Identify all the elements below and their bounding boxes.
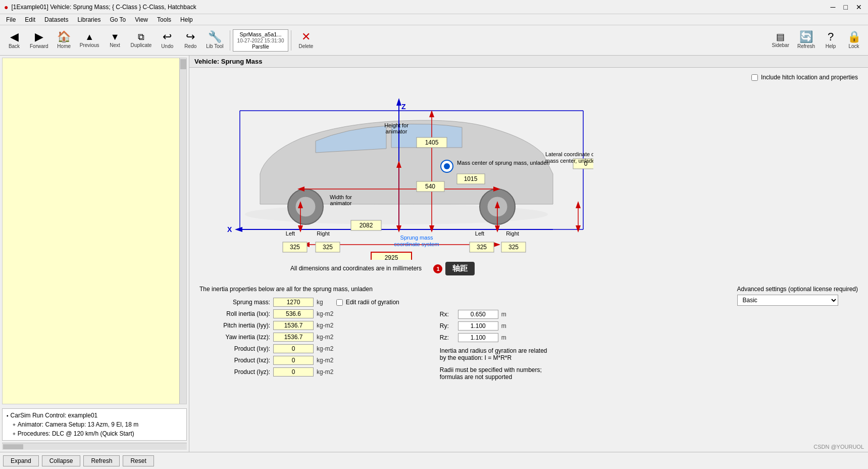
iyz-unit: kg-m2 <box>317 368 333 376</box>
product-ixy-row: Product (Ixy): kg-m2 <box>199 344 399 353</box>
home-button[interactable]: 🏠 Home <box>53 29 75 51</box>
dimensions-note-text: All dimensions and coordinates are in mi… <box>290 265 422 272</box>
sidebar-icon: ▤ <box>776 32 785 41</box>
menu-bar: File Edit Datasets Libraries Go To View … <box>0 14 868 25</box>
sidebar-button[interactable]: ▤ Sidebar <box>769 30 793 50</box>
app-icon: ● <box>4 3 8 11</box>
page-title-bar: Vehicle: Sprung Mass <box>189 56 868 68</box>
svg-text:Left: Left <box>286 230 295 237</box>
menu-goto[interactable]: Go To <box>106 15 130 24</box>
advanced-select[interactable]: Basic Advanced <box>737 295 838 306</box>
delete-button[interactable]: ✕ Delete <box>294 29 318 51</box>
libtool-button[interactable]: 🔧 Lib Tool <box>202 29 227 51</box>
collapse-button[interactable]: Collapse <box>42 455 81 466</box>
reset-button[interactable]: Reset <box>123 455 154 466</box>
menu-help[interactable]: Help <box>176 15 197 24</box>
inertia-note1: Inertia and radius of gyration are relat… <box>440 347 547 361</box>
ry-input[interactable] <box>458 321 498 331</box>
notepad-area[interactable] <box>3 58 186 404</box>
horiz-scroll-thumb <box>3 444 23 449</box>
tree-root-label: CarSim Run Control: example01 <box>11 412 98 419</box>
next-button[interactable]: ▼ Next <box>104 30 126 50</box>
svg-text:325: 325 <box>508 244 519 251</box>
tooltip-text: 轴距 <box>445 262 475 275</box>
advanced-settings: Advanced settings (optional license requ… <box>737 286 858 306</box>
ixy-unit: kg-m2 <box>317 345 333 352</box>
ixy-input[interactable] <box>273 344 314 353</box>
pitch-unit: kg-m2 <box>317 322 333 329</box>
content-scroll-area[interactable]: Include hitch location and properties <box>189 68 868 452</box>
svg-text:540: 540 <box>425 183 435 190</box>
parsfile-date: 10-27-2022 15:31:30 <box>237 38 284 43</box>
toolbar-refresh-button[interactable]: 🔄 Refresh <box>794 29 819 51</box>
iyz-input[interactable] <box>273 367 314 377</box>
forward-button[interactable]: ▶ Forward <box>26 29 52 51</box>
yaw-input[interactable] <box>273 333 314 342</box>
yaw-label: Yaw inertia (Izz): <box>199 334 270 341</box>
redo-button[interactable]: ↪ Redo <box>179 29 201 51</box>
parsfile-filename: SprMass_a5a1... <box>239 31 281 37</box>
svg-text:325: 325 <box>323 244 333 251</box>
watermark: CSDN @YOURUOL <box>813 444 864 450</box>
hitch-label: Include hitch location and properties <box>761 74 858 81</box>
ry-unit: m <box>501 322 506 330</box>
previous-button[interactable]: ▲ Previous <box>76 30 103 50</box>
sprung-mass-input[interactable] <box>273 298 314 307</box>
edit-radii-label: Edit radii of gyration <box>346 299 399 306</box>
advanced-label: Advanced settings (optional license requ… <box>737 286 858 293</box>
horiz-scrollbar[interactable] <box>2 443 187 450</box>
yaw-inertia-row: Yaw inertia (Izz): kg-m2 <box>199 333 399 342</box>
home-icon: 🏠 <box>57 31 71 42</box>
inertia-note1-line2: by the equation: I = M*R*R <box>440 354 547 361</box>
sprung-mass-label: Sprung mass: <box>199 299 270 306</box>
undo-icon: ↩ <box>163 31 172 42</box>
next-icon: ▼ <box>111 32 120 41</box>
tree-expand-icon2: + <box>13 431 16 437</box>
title-bar: ● [1Example01] Vehicle: Sprung Mass; { C… <box>0 0 868 14</box>
roll-input[interactable] <box>273 309 314 318</box>
inertia-note2: Radii must be specified with numbers; fo… <box>440 366 547 381</box>
maximize-button[interactable]: □ <box>842 3 850 11</box>
sprung-mass-row: Sprung mass: kg Edit radii of gyration <box>199 298 399 307</box>
inertia-note2-line1: Radii must be specified with numbers; <box>440 366 547 373</box>
svg-text:Right: Right <box>506 230 519 237</box>
menu-view[interactable]: View <box>131 15 152 24</box>
svg-point-37 <box>444 163 450 169</box>
ixz-unit: kg-m2 <box>317 357 333 364</box>
expand-button[interactable]: Expand <box>3 455 39 466</box>
inertia-left-col: Sprung mass: kg Edit radii of gyration R… <box>199 298 399 381</box>
help-button[interactable]: ? Help <box>820 29 842 51</box>
rz-unit: m <box>501 334 506 341</box>
hitch-checkbox[interactable] <box>751 74 758 81</box>
duplicate-button[interactable]: ⧉ Duplicate <box>127 30 156 50</box>
tooltip-container: 1 轴距 <box>433 262 474 275</box>
ixz-input[interactable] <box>273 356 314 365</box>
rx-row: Rx: m <box>440 310 547 319</box>
menu-datasets[interactable]: Datasets <box>40 15 72 24</box>
parsfile-button[interactable]: SprMass_a5a1... 10-27-2022 15:31:30 Pars… <box>233 29 289 52</box>
ixz-label: Product (Ixz): <box>199 357 270 364</box>
close-button[interactable]: ✕ <box>854 3 864 11</box>
prev-icon: ▲ <box>85 32 94 41</box>
edit-radii-checkbox[interactable] <box>336 299 343 306</box>
menu-libraries[interactable]: Libraries <box>73 15 105 24</box>
lock-button[interactable]: 🔒 Lock <box>843 29 865 51</box>
menu-file[interactable]: File <box>2 15 20 24</box>
toolbar: ◀ Back ▶ Forward 🏠 Home ▲ Previous ▼ Nex… <box>0 25 868 56</box>
svg-text:2082: 2082 <box>360 222 373 229</box>
left-scrollbar[interactable] <box>179 58 186 404</box>
rx-input[interactable] <box>458 310 498 319</box>
tree-root[interactable]: ▪ CarSim Run Control: example01 <box>5 411 184 420</box>
pitch-input[interactable] <box>273 321 314 330</box>
menu-tools[interactable]: Tools <box>153 15 175 24</box>
rz-input[interactable] <box>458 333 498 342</box>
minimize-button[interactable]: ─ <box>829 3 838 11</box>
back-button[interactable]: ◀ Back <box>3 29 25 51</box>
menu-edit[interactable]: Edit <box>21 15 39 24</box>
ry-row: Ry: m <box>440 321 547 331</box>
undo-button[interactable]: ↩ Undo <box>156 29 178 51</box>
tree-item-procedures[interactable]: + Procedures: DLC @ 120 km/h (Quick Star… <box>5 429 184 438</box>
tree-item-animator[interactable]: + Animator: Camera Setup: 13 Azm, 9 El, … <box>5 420 184 429</box>
refresh-button[interactable]: Refresh <box>83 455 120 466</box>
roll-inertia-row: Roll inertia (Ixx): kg-m2 <box>199 309 399 318</box>
